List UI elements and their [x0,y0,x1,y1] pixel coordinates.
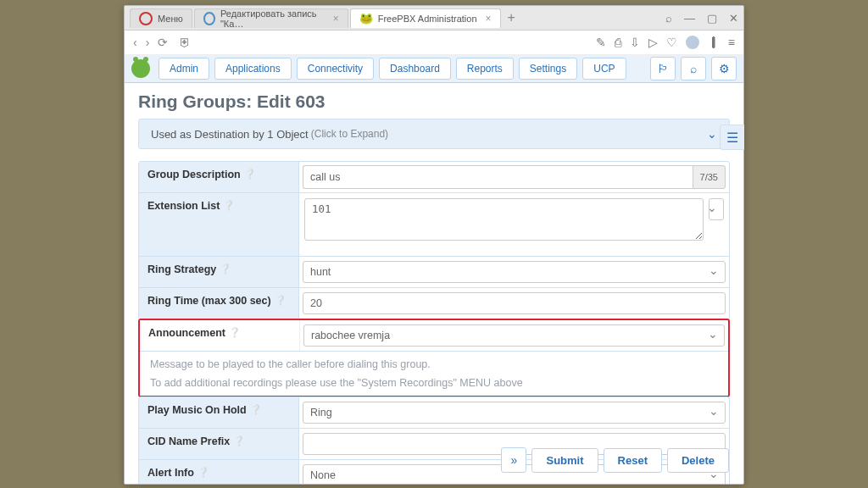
gear-icon[interactable]: ⚙ [711,57,737,80]
action-bar: » Submit Reset Delete [501,447,729,473]
destination-expand-hint: (Click to Expand) [311,128,388,140]
vpn-toggle-icon[interactable]: ⏽ [708,36,720,49]
new-tab-button[interactable]: + [503,10,520,25]
user-avatar-icon[interactable] [686,36,699,49]
announcement-help-2: To add additional recordings please use … [140,377,728,396]
camera-icon[interactable]: ⎙ [615,36,621,49]
form: Group Description❔ 7/35 Extension List❔ … [138,161,730,319]
destination-bar[interactable]: Used as Destination by 1 Object (Click t… [138,119,730,149]
edit-icon[interactable]: ✎ [596,36,606,49]
freepbx-logo-icon[interactable] [131,59,150,78]
back-icon[interactable]: ‹ [133,36,137,49]
ring-strategy-select[interactable]: hunt [303,261,726,283]
destination-text: Used as Destination by 1 Object [151,128,309,141]
help-icon[interactable]: ❔ [220,263,231,274]
actions-expand-icon[interactable]: » [501,447,526,473]
help-icon[interactable]: ❔ [250,404,262,415]
announcement-select[interactable]: rabochee vremja [303,324,725,347]
tab-label: FreePBX Administration [378,14,477,24]
delete-button[interactable]: Delete [667,448,729,473]
menu-applications[interactable]: Applications [214,58,292,80]
close-icon[interactable]: × [333,13,339,25]
menu-connectivity[interactable]: Connectivity [297,58,374,80]
send-icon[interactable]: ▷ [648,36,658,49]
page-content: Ring Groups: Edit 603 Used as Destinatio… [125,83,743,484]
label-ring-strategy: Ring Strategy [147,263,216,275]
help-icon[interactable]: ❔ [244,169,256,180]
announcement-help-1: Message to be played to the caller befor… [140,352,728,377]
group-description-input[interactable] [303,165,693,189]
announcement-section: Announcement❔ rabochee vremja Message to… [138,319,730,397]
browser-tab-2[interactable]: 🐸FreePBX Administration× [350,8,501,28]
heart-icon[interactable]: ♡ [666,36,677,49]
help-icon[interactable]: ❔ [223,200,235,211]
label-cid-name-prefix: CID Name Prefix [147,435,230,447]
language-icon[interactable]: 🏳 [650,57,676,80]
label-play-music-on-hold: Play Music On Hold [147,404,247,416]
menu-ucp[interactable]: UCP [582,58,626,80]
ring-time-input[interactable] [303,292,726,314]
shield-icon[interactable]: ⛨ [176,36,193,49]
list-icon: ☰ [726,130,738,146]
reload-icon[interactable]: ⟳ [158,36,168,49]
help-icon[interactable]: ❔ [229,327,241,338]
menu-icon[interactable]: ≡ [728,36,735,49]
search-icon[interactable]: ⌕ [665,12,672,25]
minimize-icon[interactable]: — [684,12,695,25]
menu-dashboard[interactable]: Dashboard [379,58,451,80]
wordpress-icon [203,12,215,25]
chevron-down-icon: ⌄ [707,127,717,141]
menu-settings[interactable]: Settings [519,58,577,80]
browser-tab-1[interactable]: Редактировать запись "Ка…× [194,8,348,28]
menu-admin[interactable]: Admin [159,58,209,80]
download-icon[interactable]: ⇩ [630,36,640,49]
label-announcement: Announcement [148,327,225,339]
label-ring-time: Ring Time (max 300 sec) [147,295,271,307]
list-side-tab[interactable]: ☰ [720,125,744,150]
app-menubar: Admin Applications Connectivity Dashboar… [125,55,743,83]
help-icon[interactable]: ❔ [275,295,287,306]
user-quick-select[interactable]: User Quick Select [709,198,724,220]
play-music-select[interactable]: Ring [303,402,726,424]
submit-button[interactable]: Submit [531,448,598,473]
browser-tab-0[interactable]: Меню [130,8,192,28]
opera-icon [139,12,153,25]
close-window-icon[interactable]: ✕ [729,12,738,25]
label-alert-info: Alert Info [147,467,194,479]
search-button-icon[interactable]: ⌕ [681,57,706,80]
help-icon[interactable]: ❔ [233,435,245,446]
reset-button[interactable]: Reset [604,448,662,473]
char-count: 7/35 [693,165,726,189]
tab-label: Меню [158,14,183,24]
help-icon[interactable]: ❔ [198,467,209,478]
page-title: Ring Groups: Edit 603 [138,92,730,112]
extension-list-input[interactable]: 101 [304,198,704,241]
forward-icon[interactable]: › [146,36,150,49]
tab-label: Редактировать запись "Ка… [220,8,325,29]
menu-reports[interactable]: Reports [456,58,514,80]
browser-tabstrip: Меню Редактировать запись "Ка…× 🐸FreePBX… [125,6,743,30]
maximize-icon[interactable]: ▢ [707,12,717,25]
browser-toolbar: ‹ › ⟳ ⛨ ✎ ⎙ ⇩ ▷ ♡ ⏽ ≡ [125,30,743,55]
freepbx-icon: 🐸 [359,12,373,25]
close-icon[interactable]: × [486,13,492,25]
label-group-description: Group Description [147,169,241,180]
label-extension-list: Extension List [147,200,220,212]
